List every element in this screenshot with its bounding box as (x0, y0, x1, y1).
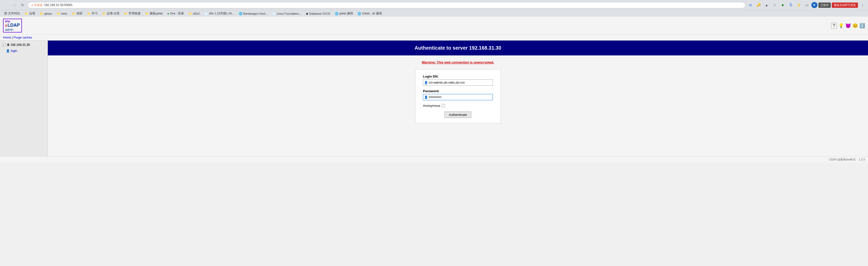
app-header-icons: ? 💡 😈 😊 ℹ️ (831, 23, 865, 29)
login-dn-input-wrapper: 👤 (423, 79, 493, 86)
password-label: Password: (423, 89, 493, 93)
content-area: Authenticate to server 192.168.31.30 War… (48, 41, 868, 156)
bookmark-icon-helm: 📁 (57, 12, 60, 16)
bookmark-icon-gitlab-leak: 🌐 (335, 12, 338, 16)
sync-icon[interactable]: S (787, 1, 794, 8)
browser-toolbar: ← → ↻ ⚠ 不安全 192.168.31.30:50081 G 🔑 ▲ ☆ … (0, 0, 868, 10)
bookmark-icon-one: ● (167, 12, 169, 15)
server-label: 192.168.31.30 (10, 43, 30, 47)
logo-php-text: php (5, 20, 20, 23)
logo-plus-sign: ± (5, 23, 7, 27)
smile-icon: 😊 (852, 23, 858, 28)
logo-ldap-text: LDAP (7, 23, 20, 28)
page-footer: CSDN @最美dse时光 1.2.5 (0, 156, 868, 162)
bookmark-linux-foundation[interactable]: 📄 Linux Foundation... (270, 11, 303, 16)
password-icon: 👤 (424, 96, 428, 99)
password-input-wrapper: 👤 (423, 94, 493, 100)
browser-chrome: ← → ↻ ⚠ 不安全 192.168.31.30:50081 G 🔑 ▲ ☆ … (0, 0, 868, 17)
google-icon[interactable]: G (747, 1, 754, 8)
browser-action-icons: G 🔑 ▲ ☆ ● S ⚡ ▭ K 已暂停 重新启动即可更新 ⋮ (747, 1, 866, 8)
bookmark-icon-yunwei: 📁 (25, 12, 28, 16)
auth-header: Authenticate to server 192.168.31.30 (48, 41, 868, 55)
page-content: php ± LDAP admin ? 💡 😈 😊 ℹ️ Home | Purge… (0, 17, 868, 162)
anonymous-row: Anonymous (423, 104, 493, 108)
bookmark-gitlab-leak[interactable]: 🌐 gitlab 漏洞 (333, 11, 355, 16)
extension-icon-1[interactable]: ● (779, 1, 786, 8)
anonymous-checkbox[interactable] (442, 104, 445, 107)
login-dn-input[interactable] (423, 79, 493, 86)
bookmark-one-yuque[interactable]: ● One · 语雀 (165, 11, 186, 16)
bookmark-gitlab-all-leak[interactable]: 🌐 Gitlab : all 漏洞 (355, 11, 384, 16)
bookmark-icon-linux-foundation: 📄 (272, 12, 276, 16)
share-icon[interactable]: ▲ (763, 1, 770, 8)
bookmark-changyong[interactable]: 📁 常用链接 (122, 11, 143, 16)
version-text: 1.2.5 (859, 158, 865, 161)
bookmark-bandwagon[interactable]: 🌐 Bandwagon Host... (237, 11, 270, 16)
nav-separator: | (12, 36, 12, 39)
paused-badge: 已暂停 (818, 2, 831, 8)
app-header: php ± LDAP admin ? 💡 😈 😊 ℹ️ (0, 17, 868, 35)
bookmark-gitops[interactable]: 📁 gitops (38, 11, 54, 16)
authenticate-button[interactable]: Authenticate (444, 112, 471, 118)
auth-form-container: Warning: This web connection is unencryp… (48, 55, 868, 128)
cast-icon[interactable]: ▭ (803, 1, 810, 8)
unencrypted-warning: Warning: This web connection is unencryp… (422, 60, 494, 64)
app-logo: php ± LDAP admin (3, 19, 22, 32)
bookmark-jihugitlab[interactable]: 📁 极狐gitlab (143, 11, 165, 16)
bookmark-xuexi[interactable]: 📁 学习 (85, 11, 100, 16)
bookmark-icon-yunwei-fenlei: 📁 (102, 12, 106, 16)
bookmarks-bar: 🗍 文件对比 📁 运维 📁 gitops 📁 helm 📁 缩容 📁 学习 📁 … (0, 10, 868, 17)
bookmark-database-cicd[interactable]: ◆ Database CI/CD (304, 11, 332, 16)
extensions-icon[interactable]: ⚡ (795, 1, 802, 8)
menu-icon[interactable]: ⋮ (859, 1, 866, 8)
bookmark-icon-gitops: 📁 (40, 12, 43, 16)
login-dn-icon: 👤 (424, 81, 428, 84)
reload-button[interactable]: ↻ (19, 1, 26, 8)
restart-badge[interactable]: 重新启动即可更新 (832, 2, 858, 8)
security-warning: ⚠ 不安全 (31, 3, 42, 7)
main-layout: + 🖥 192.168.31.30 👤 login Authenticate t… (0, 41, 868, 156)
password-manager-icon[interactable]: 🔑 (755, 1, 762, 8)
bookmark-icon[interactable]: ☆ (771, 1, 778, 8)
bookmark-icon-aigc: 📁 (188, 12, 192, 16)
auth-form-box: Login DN: 👤 Password: 👤 (415, 69, 501, 123)
submit-row: Authenticate (423, 112, 493, 118)
sidebar-login-item[interactable]: 👤 login (0, 48, 48, 54)
bookmark-aigc[interactable]: 📁 AIGC (186, 11, 202, 16)
anonymous-label: Anonymous (423, 104, 440, 108)
sidebar: + 🖥 192.168.31.30 👤 login (0, 41, 48, 156)
nav-bar: Home | Purge caches (0, 35, 868, 41)
url-text: 192.168.31.30:50081 (44, 3, 742, 7)
password-input[interactable] (423, 94, 493, 100)
password-group: Password: 👤 (423, 89, 493, 100)
address-bar[interactable]: ⚠ 不安全 192.168.31.30:50081 (28, 2, 745, 8)
bookmark-yunwei[interactable]: 📁 运维 (23, 11, 37, 16)
bookmark-yunwei-fenlei[interactable]: 📁 运维-分类 (100, 11, 122, 16)
home-link[interactable]: Home (3, 36, 11, 39)
bookmark-suorong[interactable]: 📁 缩容 (70, 11, 85, 16)
profile-avatar[interactable]: K (811, 2, 817, 8)
help-icon[interactable]: ? (831, 23, 837, 29)
server-icon: 🖥 (6, 43, 9, 47)
bookmark-k8s[interactable]: 📄 k8s 1.23升级1.24... (203, 11, 236, 16)
bookmark-wenjianduibi[interactable]: 🗍 文件对比 (2, 11, 22, 16)
back-button[interactable]: ← (2, 1, 9, 8)
logo-admin-text: admin (5, 28, 20, 31)
login-dn-group: Login DN: 👤 (423, 75, 493, 86)
forward-button[interactable]: → (10, 1, 18, 8)
sidebar-toggle-button[interactable]: + (2, 43, 5, 47)
sidebar-server-item[interactable]: + 🖥 192.168.31.30 (0, 42, 48, 48)
bookmark-helm[interactable]: 📁 helm (55, 11, 69, 16)
bulb-icon: 💡 (838, 23, 844, 28)
login-icon: 👤 (6, 49, 10, 53)
bookmark-icon-suorong: 📁 (72, 12, 75, 16)
login-dn-label: Login DN: (423, 75, 493, 78)
bookmark-icon-jihugitlab: 📁 (145, 12, 149, 16)
bookmark-icon-bandwagon: 🌐 (239, 12, 242, 16)
footer-credit: CSDN @最美dse时光 (829, 158, 856, 161)
bookmark-icon-database-cicd: ◆ (306, 12, 308, 16)
bookmark-icon-wenjianduibi: 🗍 (4, 12, 7, 15)
bookmark-icon-gitlab-all-leak: 🌐 (358, 12, 361, 16)
info-icon: ℹ️ (860, 23, 865, 28)
purge-caches-link[interactable]: Purge caches (13, 36, 32, 39)
